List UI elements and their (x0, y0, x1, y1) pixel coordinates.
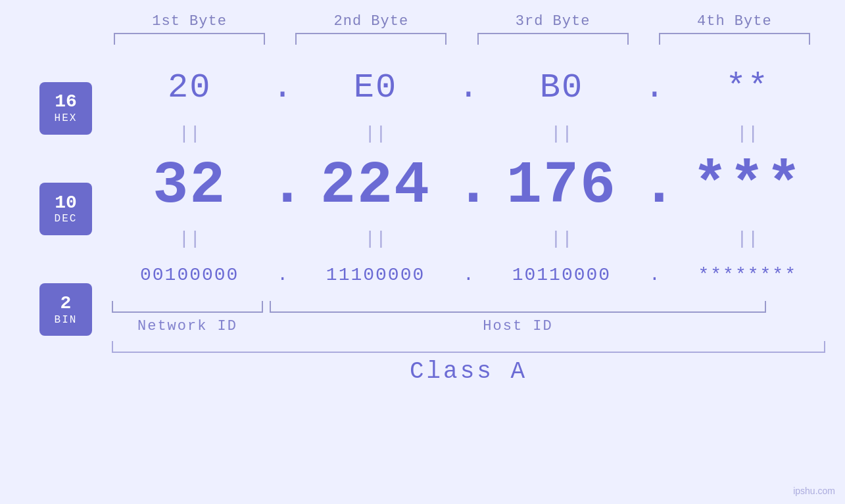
eq2-b4: || (672, 222, 823, 255)
equals-row-1: || || || || (112, 120, 845, 147)
bin-badge: 2 BIN (39, 283, 92, 336)
equals-row-2: || || || || (112, 225, 845, 252)
byte-headers: 1st Byte 2nd Byte 3rd Byte 4th Byte (0, 13, 845, 30)
class-label: Class A (410, 358, 527, 385)
hex-b1: 20 (114, 68, 265, 107)
dec-row: 32 . 224 . 176 . *** (112, 147, 845, 225)
dec-badge: 10 DEC (39, 183, 92, 235)
network-bracket (112, 301, 263, 313)
content-area: 16 HEX 10 DEC 2 BIN 20 . E0 . B0 . ** (0, 51, 845, 504)
eq1-b2: || (300, 117, 451, 150)
dec-b2: 224 (300, 152, 451, 219)
hex-b3: B0 (486, 68, 637, 107)
dot-bin-1: . (270, 265, 296, 285)
eq2-b2: || (300, 222, 451, 255)
data-columns: 20 . E0 . B0 . ** || || || || 32 (112, 51, 845, 385)
class-label-row: Class A (112, 353, 825, 385)
bracket-2 (295, 33, 447, 45)
network-id-label: Network ID (112, 318, 263, 334)
bin-badge-label: BIN (55, 314, 78, 326)
eq2-b1: || (114, 222, 265, 255)
watermark: ipshu.com (793, 486, 835, 496)
bin-b3: 10110000 (486, 265, 637, 285)
byte4-header: 4th Byte (659, 13, 810, 30)
bracket-1 (114, 33, 265, 45)
byte2-header: 2nd Byte (295, 13, 447, 30)
byte1-header: 1st Byte (114, 13, 265, 30)
network-label-row: Network ID Host ID (112, 313, 825, 334)
bin-b4: ******** (672, 265, 823, 285)
dot-bin-3: . (641, 265, 667, 285)
dec-badge-number: 10 (55, 193, 77, 214)
dot-dec-1: . (270, 152, 296, 219)
hex-row: 20 . E0 . B0 . ** (112, 55, 845, 120)
host-bracket (270, 301, 766, 313)
bin-b1: 00100000 (114, 265, 265, 285)
dec-b3: 176 (486, 152, 637, 219)
hex-badge-number: 16 (55, 92, 77, 112)
main-container: 1st Byte 2nd Byte 3rd Byte 4th Byte 16 H… (0, 0, 845, 504)
top-brackets (0, 33, 845, 45)
dot-hex-2: . (455, 68, 481, 107)
dec-b4: *** (672, 152, 823, 219)
dot-hex-3: . (641, 68, 667, 107)
byte3-header: 3rd Byte (477, 13, 629, 30)
bottom-section: Network ID Host ID (112, 301, 845, 334)
dot-hex-1: . (270, 68, 296, 107)
eq2-b3: || (486, 222, 637, 255)
hex-badge: 16 HEX (39, 82, 92, 135)
badges-column: 16 HEX 10 DEC 2 BIN (26, 58, 105, 360)
dec-badge-label: DEC (55, 213, 78, 225)
bin-row: 00100000 . 11100000 . 10110000 . *******… (112, 252, 845, 298)
class-bracket (112, 341, 825, 353)
eq1-b1: || (114, 117, 265, 150)
dot-dec-3: . (641, 152, 667, 219)
bin-badge-number: 2 (60, 294, 72, 314)
hex-b2: E0 (300, 68, 451, 107)
eq1-b4: || (672, 117, 823, 150)
dot-dec-2: . (455, 152, 481, 219)
hex-b4: ** (672, 68, 823, 107)
host-id-label: Host ID (270, 318, 766, 334)
bracket-4 (659, 33, 810, 45)
dec-b1: 32 (114, 152, 265, 219)
class-section: Class A (112, 341, 845, 385)
hex-badge-label: HEX (55, 112, 78, 124)
bin-b2: 11100000 (300, 265, 451, 285)
bracket-3 (477, 33, 629, 45)
dot-bin-2: . (455, 265, 481, 285)
eq1-b3: || (486, 117, 637, 150)
bottom-brackets-row (112, 301, 825, 313)
